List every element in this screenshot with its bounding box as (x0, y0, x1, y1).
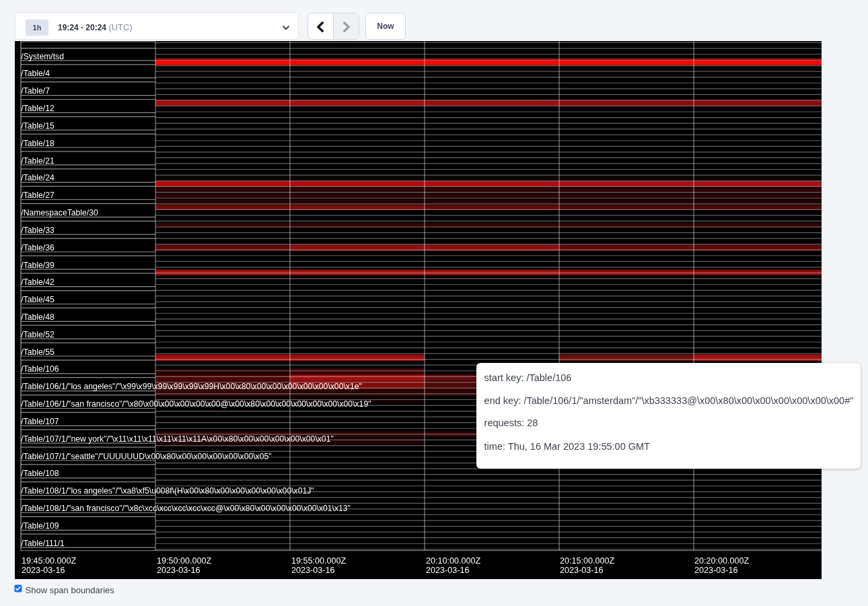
svg-text:/Table/36: /Table/36 (21, 243, 55, 252)
svg-text:/Table/39: /Table/39 (21, 261, 55, 270)
svg-text:2023-03-16: 2023-03-16 (426, 566, 469, 575)
svg-text:/Table/106: /Table/106 (21, 364, 59, 374)
svg-text:19:50:00.000Z: 19:50:00.000Z (157, 556, 212, 566)
svg-text:/Table/18: /Table/18 (21, 139, 55, 148)
svg-text:20:20:00.000Z: 20:20:00.000Z (694, 556, 750, 566)
svg-text:2023-03-16: 2023-03-16 (694, 566, 737, 575)
svg-text:19:45:00.000Z: 19:45:00.000Z (22, 556, 77, 566)
svg-text:/Table/106/1/"los angeles"/"\x: /Table/106/1/"los angeles"/"\x99\x99\x99… (21, 382, 361, 391)
svg-text:2023-03-16: 2023-03-16 (560, 566, 603, 575)
svg-text:2023-03-16: 2023-03-16 (157, 566, 200, 575)
svg-text:/Table/111/1: /Table/111/1 (21, 539, 65, 548)
svg-text:/Table/108/1/"los angeles"/"\x: /Table/108/1/"los angeles"/"\xa8\xf5\u00… (21, 486, 314, 496)
svg-text:20:15:00.000Z: 20:15:00.000Z (560, 556, 615, 566)
svg-text:/NamespaceTable/30: /NamespaceTable/30 (21, 208, 98, 217)
svg-text:/Table/107: /Table/107 (21, 417, 59, 426)
svg-text:19:55:00.000Z: 19:55:00.000Z (291, 556, 347, 566)
svg-text:/Table/27: /Table/27 (21, 191, 55, 200)
svg-text:/System/tsd: /System/tsd (21, 52, 64, 61)
svg-text:/Table/12: /Table/12 (21, 104, 55, 113)
svg-text:/Table/55: /Table/55 (21, 347, 55, 357)
svg-text:/Table/42: /Table/42 (21, 277, 55, 287)
svg-text:/Table/4: /Table/4 (21, 69, 50, 78)
svg-text:/Table/24: /Table/24 (21, 173, 55, 182)
svg-text:/Table/109: /Table/109 (21, 521, 59, 531)
svg-text:/Table/33: /Table/33 (21, 226, 55, 235)
svg-text:/Table/7: /Table/7 (21, 86, 50, 96)
svg-text:/Table/45: /Table/45 (21, 295, 55, 304)
svg-text:/Table/52: /Table/52 (21, 330, 55, 339)
svg-text:/Table/107/1/"new york"/"\x11\: /Table/107/1/"new york"/"\x11\x11\x11\x1… (21, 434, 333, 444)
svg-text:/Table/108: /Table/108 (21, 469, 59, 478)
svg-text:20:10:00.000Z: 20:10:00.000Z (426, 556, 481, 566)
svg-text:2023-03-16: 2023-03-16 (291, 566, 334, 575)
svg-text:2023-03-16: 2023-03-16 (22, 566, 65, 575)
svg-text:/Table/48: /Table/48 (21, 312, 55, 322)
svg-text:/Table/15: /Table/15 (21, 121, 55, 131)
svg-text:/Table/108/1/"san francisco"/": /Table/108/1/"san francisco"/"\x8c\xcc\x… (21, 504, 351, 513)
svg-text:/Table/107/1/"seattle"/"UUUUUU: /Table/107/1/"seattle"/"UUUUUUD\x00\x80\… (21, 452, 271, 461)
svg-text:/Table/106/1/"san francisco"/": /Table/106/1/"san francisco"/"\x80\x00\x… (21, 399, 371, 409)
svg-text:/Table/21: /Table/21 (21, 156, 55, 166)
